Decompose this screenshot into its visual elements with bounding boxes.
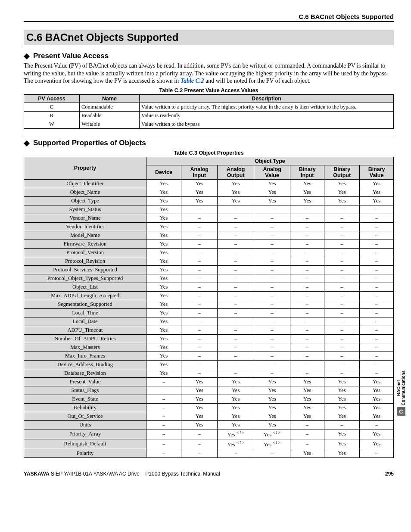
value-cell: Yes — [146, 257, 181, 265]
value-cell: Yes — [146, 248, 181, 257]
value-cell: – — [360, 449, 394, 457]
value-cell: Yes — [290, 386, 324, 395]
value-cell: – — [360, 291, 394, 300]
value-cell: – — [218, 352, 254, 360]
table-row: Priority_Array––Yes <1>Yes <1>–YesYes — [24, 429, 394, 439]
table-row: Number_Of_ADPU_RetriesYes–––––– — [24, 334, 394, 343]
property-cell: Relinquish_Default — [24, 439, 146, 449]
value-cell: – — [290, 291, 324, 300]
value-cell: – — [324, 291, 360, 300]
value-cell: – — [181, 231, 218, 240]
footer-left: YASKAWA SIEP YAIP1B 01A YASKAWA AC Drive… — [24, 471, 220, 477]
value-cell: – — [181, 334, 218, 343]
value-cell: Yes — [181, 420, 218, 429]
value-cell: Yes — [290, 377, 324, 386]
footer-brand: YASKAWA — [24, 471, 50, 477]
value-cell: – — [254, 283, 290, 291]
value-cell: – — [360, 343, 394, 352]
table-row: Object_TypeYesYesYesYesYesYesYes — [24, 196, 394, 205]
value-cell: Yes — [146, 343, 181, 352]
th-object-type: Device — [146, 165, 181, 179]
value-cell: – — [290, 205, 324, 214]
value-cell: Yes <1> — [218, 429, 254, 439]
value-cell: – — [324, 360, 360, 369]
diamond-bullet-icon — [24, 140, 30, 146]
value-cell: Yes — [290, 179, 324, 188]
property-cell: ADPU_Timeout — [24, 326, 146, 334]
value-cell: – — [360, 248, 394, 257]
value-cell: – — [324, 257, 360, 265]
th-name: Name — [80, 94, 140, 103]
value-cell: – — [360, 420, 394, 429]
value-cell: Yes — [146, 283, 181, 291]
value-cell: – — [360, 326, 394, 334]
table-row: Present_Value–YesYesYesYesYesYes — [24, 377, 394, 386]
value-cell: Yes — [218, 403, 254, 412]
value-cell: – — [360, 231, 394, 240]
table-row: Protocol_Object_Types_SupportedYes–––––– — [24, 274, 394, 283]
table-row: Polarity––––YesYes– — [24, 449, 394, 457]
value-cell: – — [290, 214, 324, 222]
value-cell: – — [218, 248, 254, 257]
th-object-type: BinaryInput — [290, 165, 324, 179]
property-cell: Max_Masters — [24, 343, 146, 352]
subsection-divider — [24, 135, 394, 135]
value-cell: – — [181, 429, 218, 439]
diamond-bullet-icon — [24, 53, 30, 59]
value-cell: – — [360, 222, 394, 231]
value-cell: Yes — [146, 222, 181, 231]
value-cell: Yes — [324, 439, 360, 449]
value-cell: – — [360, 274, 394, 283]
value-cell: – — [218, 300, 254, 308]
value-cell: – — [181, 300, 218, 308]
table-row: Vendor_IdentifierYes–––––– — [24, 222, 394, 231]
table-row: Units–YesYesYes––– — [24, 420, 394, 429]
table-cell: W — [24, 120, 80, 128]
value-cell: – — [360, 240, 394, 248]
footer-doc-title: SIEP YAIP1B 01A YASKAWA AC Drive – P1000… — [50, 471, 220, 477]
side-tab-line1: BACnet — [396, 380, 401, 396]
value-cell: Yes — [146, 265, 181, 274]
table-row: Device_Address_BindingYes–––––– — [24, 360, 394, 369]
table-row: CCommandableValue written to a priority … — [24, 103, 394, 111]
value-cell: – — [324, 369, 360, 377]
value-cell: Yes — [146, 334, 181, 343]
value-cell: – — [181, 360, 218, 369]
table-cell: Value written to a priority array. The h… — [140, 103, 394, 111]
value-cell: – — [254, 334, 290, 343]
value-cell: – — [360, 317, 394, 326]
table-row: Local_DateYes–––––– — [24, 317, 394, 326]
property-cell: Priority_Array — [24, 429, 146, 439]
table-row: Segmentation_SupportedYes–––––– — [24, 300, 394, 308]
value-cell: – — [181, 308, 218, 317]
value-cell: – — [218, 214, 254, 222]
th-pv-access: PV Access — [24, 94, 80, 103]
table-row: Object_IdentifierYesYesYesYesYesYesYes — [24, 179, 394, 188]
para-part-b: and will be noted for the PV of each obj… — [204, 78, 310, 84]
property-cell: Present_Value — [24, 377, 146, 386]
value-cell: – — [254, 222, 290, 231]
value-cell: Yes — [290, 196, 324, 205]
value-cell: Yes — [290, 412, 324, 420]
value-cell: Yes — [360, 179, 394, 188]
table-row: Max_Info_FramesYes–––––– — [24, 352, 394, 360]
value-cell: Yes — [218, 179, 254, 188]
th-object-type-group: Object Type — [146, 157, 394, 165]
value-cell: – — [218, 291, 254, 300]
th-object-type: AnalogValue — [254, 165, 290, 179]
property-cell: Protocol_Services_Supported — [24, 265, 146, 274]
value-cell: – — [146, 377, 181, 386]
table-c2-caption: Table C.2 Present Value Access Values — [24, 87, 394, 93]
th-object-type: BinaryOutput — [324, 165, 360, 179]
value-cell: – — [254, 274, 290, 283]
value-cell: Yes — [324, 395, 360, 403]
value-cell: Yes — [146, 205, 181, 214]
value-cell: – — [218, 240, 254, 248]
table-ref-link[interactable]: Table C.2 — [181, 78, 204, 84]
value-cell: – — [218, 222, 254, 231]
property-cell: Status_Flags — [24, 386, 146, 395]
value-cell: – — [254, 326, 290, 334]
value-cell: – — [254, 369, 290, 377]
value-cell: – — [290, 265, 324, 274]
value-cell: – — [360, 369, 394, 377]
